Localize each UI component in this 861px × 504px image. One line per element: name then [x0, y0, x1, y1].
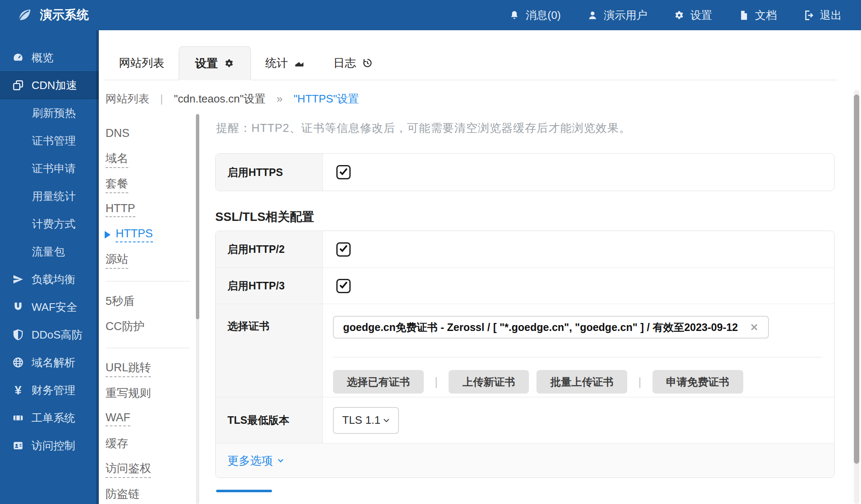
gear-icon: [673, 10, 685, 21]
breadcrumb-https-settings[interactable]: "HTTPS"设置: [293, 92, 359, 106]
row-label: 选择证书: [216, 304, 323, 397]
sidebar-item-billing-method[interactable]: 计费方式: [0, 210, 99, 238]
page-scrollbar[interactable]: [854, 90, 859, 504]
table-row: 启用HTTP/2: [216, 231, 834, 268]
page-scrollbar-thumb[interactable]: [854, 94, 859, 464]
ticket-icon: [12, 412, 24, 424]
sidebar-item-label: 用量统计: [32, 189, 76, 204]
breadcrumb-website-list[interactable]: 网站列表: [106, 92, 149, 106]
sidebar-item-cdn[interactable]: CDN加速: [0, 71, 99, 99]
sidebar-item-cert-manage[interactable]: 证书管理: [0, 127, 99, 155]
sidebar-item-label: WAF安全: [32, 300, 77, 315]
section-title: SSL/TLS相关配置: [215, 209, 835, 226]
user-menu-item[interactable]: 演示用户: [587, 8, 647, 23]
brand[interactable]: 演示系统: [16, 7, 89, 24]
table-row: TLS最低版本 TLS 1.1: [216, 397, 834, 443]
tab-label: 日志: [333, 55, 356, 71]
sidebar-item-label: 访问控制: [32, 438, 75, 453]
notice-text: 提醒：HTTP2、证书等信息修改后，可能需要清空浏览器缓存后才能浏览效果。: [216, 121, 835, 136]
chart-area-icon: [294, 58, 305, 68]
content-body: DNS 域名 套餐 HTTP HTTPS 源站 5秒盾 CC防护 URL跳转 重…: [99, 120, 861, 504]
logout-label: 退出: [820, 8, 842, 23]
tab-settings[interactable]: 设置: [179, 46, 251, 80]
history-icon: [362, 58, 373, 68]
docs-menu-item[interactable]: 文档: [738, 8, 777, 23]
table-row: 启用HTTPS: [216, 154, 834, 191]
shield-icon: [12, 329, 24, 341]
logout-menu-item[interactable]: 退出: [803, 8, 842, 23]
breadcrumb: 网站列表 | "cdn.teaos.cn"设置 » "HTTPS"设置: [106, 89, 861, 108]
breadcrumb-site-settings[interactable]: "cdn.teaos.cn"设置: [174, 92, 266, 106]
sidebar-item-load-balancer[interactable]: 负载均衡: [0, 265, 99, 293]
divider: [333, 357, 821, 357]
sidebar-item-usage-stats[interactable]: 用量统计: [0, 182, 99, 210]
submenu-scrollbar-thumb[interactable]: [196, 114, 199, 319]
sidebar-item-overview[interactable]: 概览: [0, 44, 99, 71]
more-options-row: 更多选项: [216, 443, 834, 478]
sidebar-item-label: 流量包: [32, 244, 65, 259]
sidebar-item-ddos[interactable]: DDoS高防: [0, 321, 99, 349]
submenu-divider: [106, 281, 190, 281]
globe-icon: [12, 357, 24, 368]
chevron-down-icon: [382, 416, 391, 425]
sidebar-item-waf[interactable]: WAF安全: [0, 293, 99, 321]
sidebar-item-tickets[interactable]: 工单系统: [0, 404, 99, 432]
sidebar-item-label: DDoS高防: [32, 328, 82, 342]
batch-upload-cert-button[interactable]: 批量上传证书: [536, 370, 627, 394]
messages-menu-item[interactable]: 消息(0): [509, 8, 561, 23]
breadcrumb-separator: |: [160, 92, 163, 105]
save-button-top-edge[interactable]: [216, 490, 272, 492]
sidebar-item-label: 负载均衡: [32, 272, 75, 287]
more-options-link[interactable]: 更多选项: [227, 444, 285, 478]
https-settings-panel: 提醒：HTTP2、证书等信息修改后，可能需要清空浏览器缓存后才能浏览效果。 启用…: [215, 120, 835, 492]
select-existing-cert-button[interactable]: 选择已有证书: [333, 370, 424, 394]
sidebar-item-refresh-preheat[interactable]: 刷新预热: [0, 99, 99, 127]
settings-menu-item[interactable]: 设置: [673, 8, 712, 23]
row-label: 启用HTTP/2: [216, 231, 323, 268]
docs-label: 文档: [755, 8, 777, 23]
enable-https-checkbox[interactable]: [336, 165, 351, 179]
sidebar-item-finance[interactable]: ¥ 财务管理: [0, 376, 99, 404]
enable-http2-checkbox[interactable]: [336, 242, 351, 257]
logout-icon: [803, 10, 814, 21]
sidebar-item-label: CDN加速: [32, 78, 77, 93]
tab-logs[interactable]: 日志: [319, 46, 387, 80]
row-label: TLS最低版本: [216, 397, 323, 443]
messages-label: 消息(0): [526, 8, 561, 23]
enable-http3-checkbox[interactable]: [336, 279, 351, 293]
button-separator: |: [638, 375, 641, 388]
ssl-tls-table: 启用HTTP/2 启用HTTP/3: [215, 231, 835, 478]
tab-stats[interactable]: 统计: [251, 46, 319, 80]
layers-icon: [12, 79, 24, 91]
sidebar-item-cert-apply[interactable]: 证书申请: [0, 155, 99, 182]
submenu-divider: [106, 348, 190, 348]
upload-new-cert-button[interactable]: 上传新证书: [449, 370, 529, 394]
id-card-icon: [12, 440, 24, 452]
sidebar-item-label: 概览: [32, 50, 53, 65]
user-label: 演示用户: [604, 8, 647, 23]
chevron-down-icon: [277, 457, 285, 465]
table-row: 选择证书 goedge.cn免费证书 - Zerossl / [ "*.goed…: [216, 304, 834, 397]
magnet-icon: [12, 301, 24, 313]
sidebar-item-access-control[interactable]: 访问控制: [0, 432, 99, 459]
tab-website-list[interactable]: 网站列表: [105, 46, 179, 80]
sidebar-item-label: 证书管理: [32, 134, 76, 148]
sidebar-item-traffic-package[interactable]: 流量包: [0, 238, 99, 265]
sidebar-item-dns-resolve[interactable]: 域名解析: [0, 349, 99, 376]
tls-min-version-select[interactable]: TLS 1.1: [333, 407, 399, 434]
table-row: 启用HTTP/3: [216, 268, 834, 304]
button-separator: |: [435, 375, 438, 388]
tls-min-version-value: TLS 1.1: [342, 414, 380, 427]
settings-label: 设置: [690, 8, 712, 23]
gear-icon: [224, 58, 235, 69]
submenu-scrollbar[interactable]: [196, 113, 199, 504]
sidebar-item-label: 工单系统: [32, 411, 75, 425]
paper-plane-icon: [12, 273, 24, 285]
row-label: 启用HTTPS: [216, 154, 323, 191]
more-options-label: 更多选项: [227, 453, 273, 468]
yen-icon: ¥: [12, 383, 24, 397]
apply-free-cert-button[interactable]: 申请免费证书: [652, 370, 743, 394]
sidebar-item-label: 域名解析: [32, 355, 75, 370]
user-icon: [587, 10, 598, 21]
close-icon[interactable]: [750, 323, 759, 332]
